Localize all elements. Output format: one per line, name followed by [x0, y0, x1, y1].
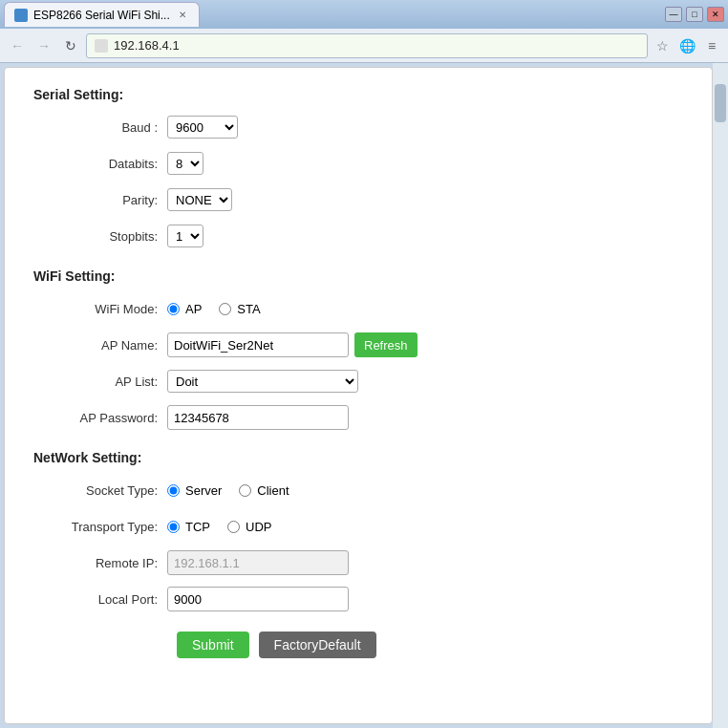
window-controls: — □ ✕ [665, 7, 724, 22]
baud-control: 9600 19200 38400 57600 115200 [167, 116, 238, 139]
transport-type-control: TCP UDP [167, 520, 283, 534]
wifi-mode-ap-text: AP [185, 302, 202, 316]
serial-setting-section: Serial Setting: Baud : 9600 19200 38400 … [33, 87, 683, 249]
wifi-mode-sta-label[interactable]: STA [219, 302, 260, 316]
transport-tcp-label[interactable]: TCP [167, 520, 210, 534]
remote-ip-label: Remote IP: [33, 556, 167, 570]
bookmark-icon[interactable]: ☆ [652, 35, 673, 56]
wifi-mode-control: AP STA [167, 302, 272, 316]
wifi-mode-ap-label[interactable]: AP [167, 302, 202, 316]
databits-label: Databits: [33, 157, 167, 171]
ap-name-control: Refresh [167, 332, 418, 357]
ap-list-select[interactable]: Doit Home Office [167, 370, 358, 393]
serial-section-title: Serial Setting: [33, 87, 683, 102]
wifi-setting-section: WiFi Setting: WiFi Mode: AP STA [33, 268, 683, 431]
local-port-label: Local Port: [33, 592, 167, 607]
socket-type-control: Server Client [167, 483, 301, 498]
socket-server-text: Server [185, 483, 222, 498]
url-text: 192.168.4.1 [114, 38, 639, 53]
reload-button[interactable]: ↻ [59, 34, 82, 57]
local-port-input[interactable] [167, 587, 349, 611]
local-port-control [167, 587, 349, 611]
transport-tcp-radio[interactable] [167, 521, 180, 533]
baud-select[interactable]: 9600 19200 38400 57600 115200 [167, 116, 238, 139]
socket-client-radio[interactable] [239, 484, 251, 497]
stopbits-control: 1 2 [167, 225, 203, 247]
wifi-mode-row: WiFi Mode: AP STA [33, 295, 683, 322]
submit-button[interactable]: Submit [177, 632, 249, 658]
socket-client-label[interactable]: Client [239, 483, 289, 498]
page-area: Serial Setting: Baud : 9600 19200 38400 … [4, 67, 713, 724]
local-port-row: Local Port: [33, 586, 683, 612]
globe-icon[interactable]: 🌐 [676, 35, 697, 56]
parity-control: NONE ODD EVEN [167, 188, 232, 211]
ap-name-row: AP Name: Refresh [33, 332, 683, 358]
maximize-btn[interactable]: □ [686, 7, 703, 22]
network-section-title: NetWork Setting: [33, 450, 683, 465]
socket-server-label[interactable]: Server [167, 483, 222, 498]
transport-udp-text: UDP [246, 520, 271, 534]
browser-content: Serial Setting: Baud : 9600 19200 38400 … [0, 63, 728, 728]
settings-icon[interactable]: ≡ [701, 35, 722, 56]
ap-list-control: Doit Home Office [167, 370, 358, 393]
ap-password-input[interactable] [167, 405, 349, 430]
stopbits-select[interactable]: 1 2 [167, 225, 203, 247]
socket-type-row: Socket Type: Server Client [33, 477, 683, 503]
ap-list-label: AP List: [33, 375, 167, 389]
wifi-mode-label: WiFi Mode: [33, 302, 167, 316]
baud-label: Baud : [33, 120, 167, 135]
nav-bar: ← → ↻ 192.168.4.1 ☆ 🌐 ≡ [0, 29, 728, 63]
wifi-section-title: WiFi Setting: [33, 268, 683, 284]
page-icon [95, 39, 108, 53]
transport-type-label: Transport Type: [33, 520, 167, 534]
databits-row: Databits: 5 6 7 8 [33, 150, 683, 177]
remote-ip-input[interactable] [167, 550, 349, 575]
forward-button[interactable]: → [32, 34, 55, 57]
ap-name-input[interactable] [167, 332, 349, 357]
bottom-buttons: Submit FactoryDefault [33, 632, 683, 658]
transport-type-row: Transport Type: TCP UDP [33, 513, 683, 540]
tab-icon [14, 9, 28, 22]
socket-type-label: Socket Type: [33, 483, 167, 498]
nav-right-icons: ☆ 🌐 ≡ [652, 35, 722, 56]
stopbits-row: Stopbits: 1 2 [33, 223, 683, 249]
ap-password-control [167, 405, 349, 430]
network-setting-section: NetWork Setting: Socket Type: Server Cli… [33, 450, 683, 612]
databits-select[interactable]: 5 6 7 8 [167, 152, 203, 175]
back-button[interactable]: ← [6, 34, 29, 57]
address-bar[interactable]: 192.168.4.1 [86, 33, 648, 58]
scrollbar-thumb[interactable] [715, 84, 726, 122]
factory-default-button[interactable]: FactoryDefault [259, 632, 376, 658]
ap-list-row: AP List: Doit Home Office [33, 368, 683, 395]
ap-password-row: AP Password: [33, 404, 683, 431]
ap-name-label: AP Name: [33, 338, 167, 353]
baud-row: Baud : 9600 19200 38400 57600 115200 [33, 114, 683, 140]
wifi-mode-sta-radio[interactable] [219, 303, 231, 315]
refresh-button[interactable]: Refresh [354, 332, 418, 357]
socket-server-radio[interactable] [167, 484, 180, 497]
tab-close-btn[interactable]: ✕ [176, 9, 189, 22]
transport-tcp-text: TCP [185, 520, 210, 534]
ap-password-label: AP Password: [33, 411, 167, 425]
transport-udp-label[interactable]: UDP [227, 520, 271, 534]
wifi-mode-sta-text: STA [237, 302, 260, 316]
remote-ip-row: Remote IP: [33, 549, 683, 576]
databits-control: 5 6 7 8 [167, 152, 203, 175]
minimize-btn[interactable]: — [665, 7, 682, 22]
parity-select[interactable]: NONE ODD EVEN [167, 188, 232, 211]
transport-udp-radio[interactable] [227, 521, 240, 533]
parity-label: Parity: [33, 193, 167, 207]
stopbits-label: Stopbits: [33, 229, 167, 244]
title-bar: ESP8266 Serial WiFi Shi... ✕ — □ ✕ [0, 0, 728, 29]
browser-window: ESP8266 Serial WiFi Shi... ✕ — □ ✕ ← → ↻… [0, 0, 728, 728]
browser-tab[interactable]: ESP8266 Serial WiFi Shi... ✕ [4, 2, 200, 27]
parity-row: Parity: NONE ODD EVEN [33, 186, 683, 213]
tab-title: ESP8266 Serial WiFi Shi... [33, 9, 170, 22]
close-btn[interactable]: ✕ [707, 7, 724, 22]
socket-client-text: Client [257, 483, 289, 498]
remote-ip-control [167, 550, 349, 575]
scrollbar[interactable] [713, 63, 728, 728]
wifi-mode-ap-radio[interactable] [167, 303, 180, 315]
